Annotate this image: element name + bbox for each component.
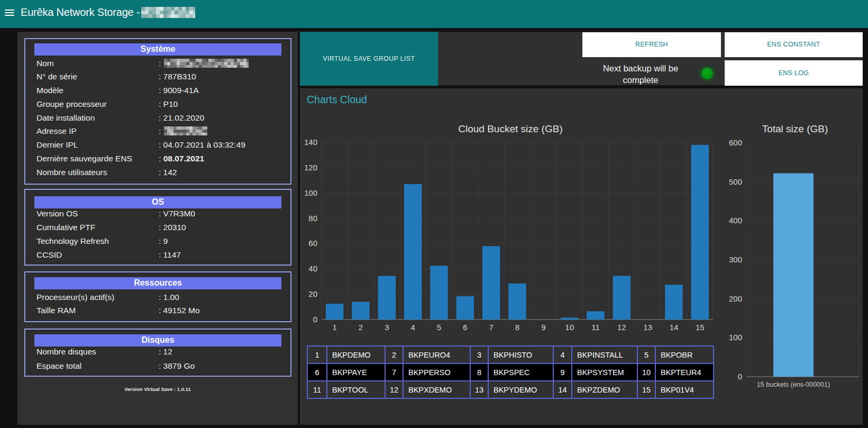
svg-text:15 buckets (ens-000001): 15 buckets (ens-000001): [757, 381, 830, 388]
svg-text:1: 1: [333, 323, 337, 332]
svg-text:3: 3: [385, 323, 389, 332]
svg-text:11: 11: [591, 323, 600, 332]
svg-text:80: 80: [308, 214, 317, 223]
svg-text:0: 0: [738, 372, 742, 381]
svg-text:7: 7: [489, 323, 494, 332]
svg-text:600: 600: [729, 138, 742, 147]
svg-text:8: 8: [515, 323, 519, 332]
svg-text:20: 20: [308, 289, 317, 298]
svg-text:13: 13: [643, 323, 652, 332]
svg-text:10: 10: [565, 323, 574, 332]
svg-text:Cloud Bucket size (GB): Cloud Bucket size (GB): [458, 123, 562, 134]
svg-text:0: 0: [313, 315, 317, 324]
svg-text:9: 9: [541, 323, 545, 332]
svg-text:14: 14: [670, 323, 679, 332]
svg-text:500: 500: [729, 177, 742, 186]
svg-text:Total size (GB): Total size (GB): [762, 123, 828, 134]
svg-text:12: 12: [617, 323, 626, 332]
svg-text:200: 200: [729, 294, 742, 303]
svg-text:2: 2: [359, 323, 363, 332]
svg-text:300: 300: [729, 255, 742, 264]
svg-text:60: 60: [308, 239, 317, 248]
svg-text:400: 400: [729, 216, 742, 225]
svg-text:6: 6: [463, 323, 467, 332]
svg-text:100: 100: [729, 333, 742, 342]
svg-text:5: 5: [437, 323, 441, 332]
svg-text:15: 15: [696, 323, 705, 332]
svg-text:100: 100: [304, 188, 317, 197]
svg-text:140: 140: [304, 138, 317, 147]
svg-text:120: 120: [304, 163, 317, 172]
svg-text:40: 40: [308, 264, 317, 273]
svg-text:4: 4: [411, 323, 415, 332]
